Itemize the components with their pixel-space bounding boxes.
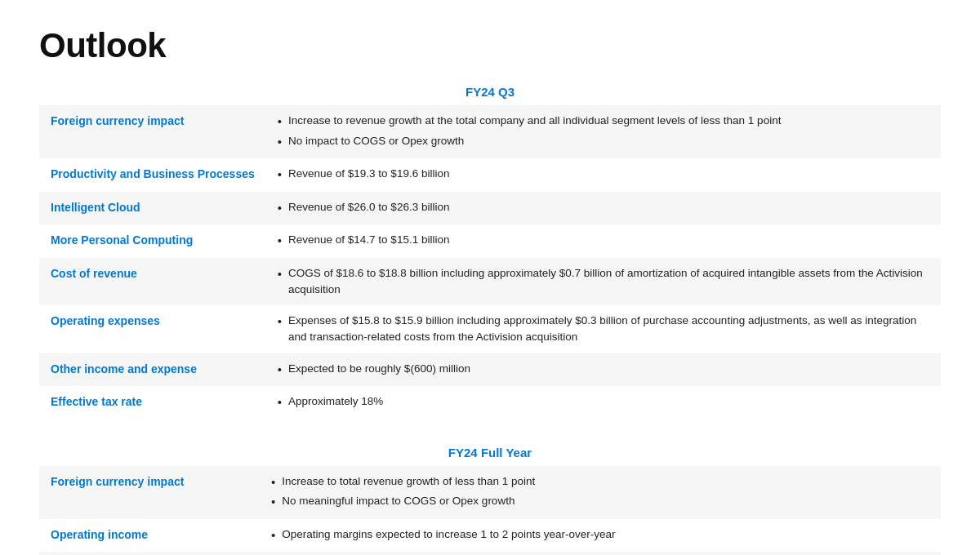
row-label: Foreign currency impact [39,105,266,158]
table-row: Productivity and Business Processes•Reve… [39,158,941,192]
bullet-text: Increase to total revenue growth of less… [282,473,535,490]
bullet-dot: • [278,113,282,131]
row-content: •Operating margins expected to increase … [260,519,941,553]
table-row: Operating income•Operating margins expec… [39,519,941,553]
bullet-text: COGS of $18.6 to $18.8 billion including… [288,265,929,299]
bullet-dot: • [271,493,275,512]
row-content: •COGS of $18.6 to $18.8 billion includin… [266,258,941,306]
bullet-item: •Expected to be roughly $(600) million [278,361,929,380]
bullet-item: •No impact to COGS or Opex growth [278,133,929,152]
row-label: Other income and expense [39,353,266,387]
fy24-q3-section: FY24 Q3 Foreign currency impact•Increase… [39,85,941,420]
bullet-text: Revenue of $26.0 to $26.3 billion [288,199,449,215]
row-content: •Approximately 18% [260,552,941,555]
bullet-item: •Revenue of $26.0 to $26.3 billion [278,199,929,218]
row-label: More Personal Computing [39,224,266,258]
bullet-dot: • [271,473,275,492]
table-row: Foreign currency impact•Increase to tota… [39,466,941,519]
bullet-dot: • [278,199,282,218]
bullet-item: •COGS of $18.6 to $18.8 billion includin… [278,265,929,299]
bullet-item: •Increase to total revenue growth of les… [271,473,929,492]
bullet-text: Revenue of $19.3 to $19.6 billion [288,166,449,182]
bullet-dot: • [278,361,282,380]
row-content: •Expenses of $15.8 to $15.9 billion incl… [266,305,941,353]
bullet-text: Operating margins expected to increase 1… [282,526,615,543]
row-content: •Revenue of $14.7 to $15.1 billion [266,224,941,258]
row-content: •Increase to total revenue growth of les… [260,466,941,519]
bullet-item: •Approximately 18% [278,393,929,412]
fy24-q3-table: Foreign currency impact•Increase to reve… [39,105,941,420]
bullet-dot: • [271,526,275,545]
fy24-full-year-table: Foreign currency impact•Increase to tota… [39,466,941,556]
row-label: Cost of revenue [39,258,266,306]
fy24-full-year-section: FY24 Full Year Foreign currency impact•I… [39,446,941,556]
bullet-dot: • [278,313,282,331]
bullet-dot: • [278,166,282,184]
bullet-text: Approximately 18% [288,393,383,410]
row-content: •Revenue of $19.3 to $19.6 billion [266,158,941,192]
row-content: •Revenue of $26.0 to $26.3 billion [266,192,941,225]
bullet-dot: • [278,393,282,412]
table-row: Effective tax rate•Approximately 18% [39,386,941,420]
bullet-item: •Expenses of $15.8 to $15.9 billion incl… [278,313,929,346]
fy24-full-year-header: FY24 Full Year [39,446,941,463]
bullet-item: •Revenue of $14.7 to $15.1 billion [278,232,929,251]
row-content: •Expected to be roughly $(600) million [266,353,941,387]
bullet-item: •Increase to revenue growth at the total… [278,113,929,131]
bullet-text: No meaningful impact to COGS or Opex gro… [282,493,514,509]
row-content: •Approximately 18% [266,386,941,420]
table-row: Foreign currency impact•Increase to reve… [39,105,941,158]
bullet-text: Increase to revenue growth at the total … [288,113,781,129]
row-label: Effective tax rate [39,552,260,555]
table-row: Intelligent Cloud•Revenue of $26.0 to $2… [39,192,941,225]
row-content: •Increase to revenue growth at the total… [266,105,941,158]
row-label: Productivity and Business Processes [39,158,266,192]
bullet-dot: • [278,265,282,284]
table-row: Operating expenses•Expenses of $15.8 to … [39,305,941,353]
fy24-q3-header: FY24 Q3 [39,85,941,102]
table-row: More Personal Computing•Revenue of $14.7… [39,224,941,258]
row-label: Operating expenses [39,305,266,353]
bullet-text: Expected to be roughly $(600) million [288,361,470,377]
bullet-text: Revenue of $14.7 to $15.1 billion [288,232,449,248]
bullet-text: Expenses of $15.8 to $15.9 billion inclu… [288,313,929,346]
bullet-text: No impact to COGS or Opex growth [288,133,464,149]
row-label: Foreign currency impact [39,466,260,519]
row-label: Operating income [39,519,260,553]
bullet-item: •No meaningful impact to COGS or Opex gr… [271,493,929,512]
bullet-item: •Operating margins expected to increase … [271,526,929,545]
bullet-dot: • [278,232,282,251]
table-row: Effective tax rate•Approximately 18% [39,552,941,555]
row-label: Effective tax rate [39,386,266,420]
bullet-dot: • [278,133,282,152]
table-row: Cost of revenue•COGS of $18.6 to $18.8 b… [39,258,941,306]
table-row: Other income and expense•Expected to be … [39,353,941,387]
row-label: Intelligent Cloud [39,192,266,225]
page-title: Outlook [39,26,941,65]
bullet-item: •Revenue of $19.3 to $19.6 billion [278,166,929,184]
